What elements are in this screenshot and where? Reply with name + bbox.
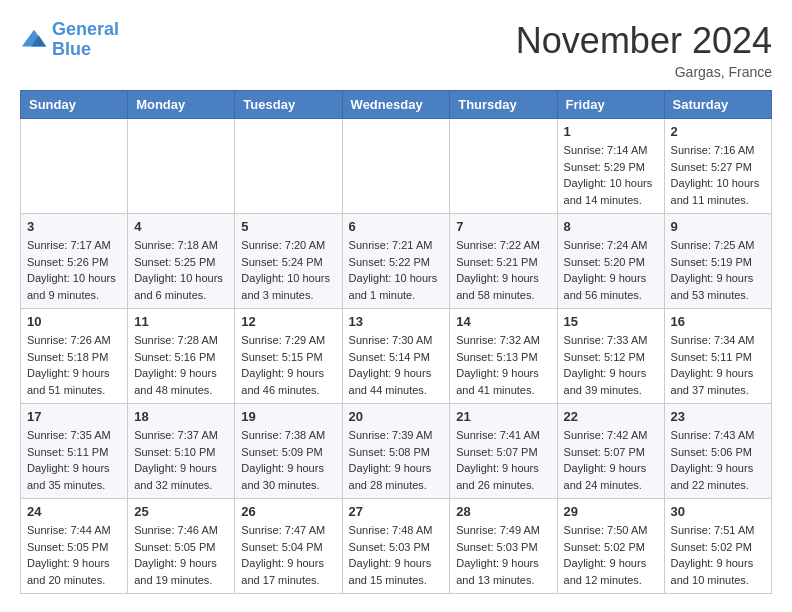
day-number: 2 <box>671 124 765 139</box>
day-cell-9: 9Sunrise: 7:25 AM Sunset: 5:19 PM Daylig… <box>664 214 771 309</box>
day-number: 17 <box>27 409 121 424</box>
day-cell-11: 11Sunrise: 7:28 AM Sunset: 5:16 PM Dayli… <box>128 309 235 404</box>
day-number: 24 <box>27 504 121 519</box>
logo-line2: Blue <box>52 39 91 59</box>
day-number: 20 <box>349 409 444 424</box>
day-cell-10: 10Sunrise: 7:26 AM Sunset: 5:18 PM Dayli… <box>21 309 128 404</box>
header: General Blue November 2024 Gargas, Franc… <box>20 20 772 80</box>
day-number: 27 <box>349 504 444 519</box>
logo-text: General Blue <box>52 20 119 60</box>
day-number: 23 <box>671 409 765 424</box>
day-number: 18 <box>134 409 228 424</box>
day-cell-15: 15Sunrise: 7:33 AM Sunset: 5:12 PM Dayli… <box>557 309 664 404</box>
day-info: Sunrise: 7:32 AM Sunset: 5:13 PM Dayligh… <box>456 332 550 398</box>
day-info: Sunrise: 7:26 AM Sunset: 5:18 PM Dayligh… <box>27 332 121 398</box>
day-info: Sunrise: 7:44 AM Sunset: 5:05 PM Dayligh… <box>27 522 121 588</box>
day-cell-16: 16Sunrise: 7:34 AM Sunset: 5:11 PM Dayli… <box>664 309 771 404</box>
day-info: Sunrise: 7:22 AM Sunset: 5:21 PM Dayligh… <box>456 237 550 303</box>
day-number: 26 <box>241 504 335 519</box>
day-number: 11 <box>134 314 228 329</box>
day-number: 9 <box>671 219 765 234</box>
day-number: 30 <box>671 504 765 519</box>
day-cell-19: 19Sunrise: 7:38 AM Sunset: 5:09 PM Dayli… <box>235 404 342 499</box>
day-info: Sunrise: 7:20 AM Sunset: 5:24 PM Dayligh… <box>241 237 335 303</box>
day-number: 8 <box>564 219 658 234</box>
day-cell-17: 17Sunrise: 7:35 AM Sunset: 5:11 PM Dayli… <box>21 404 128 499</box>
day-cell-4: 4Sunrise: 7:18 AM Sunset: 5:25 PM Daylig… <box>128 214 235 309</box>
day-cell-13: 13Sunrise: 7:30 AM Sunset: 5:14 PM Dayli… <box>342 309 450 404</box>
empty-cell <box>21 119 128 214</box>
empty-cell <box>235 119 342 214</box>
day-cell-28: 28Sunrise: 7:49 AM Sunset: 5:03 PM Dayli… <box>450 499 557 594</box>
week-row-2: 3Sunrise: 7:17 AM Sunset: 5:26 PM Daylig… <box>21 214 772 309</box>
empty-cell <box>450 119 557 214</box>
empty-cell <box>342 119 450 214</box>
day-info: Sunrise: 7:41 AM Sunset: 5:07 PM Dayligh… <box>456 427 550 493</box>
logo-line1: General <box>52 19 119 39</box>
day-cell-23: 23Sunrise: 7:43 AM Sunset: 5:06 PM Dayli… <box>664 404 771 499</box>
day-cell-1: 1Sunrise: 7:14 AM Sunset: 5:29 PM Daylig… <box>557 119 664 214</box>
day-info: Sunrise: 7:35 AM Sunset: 5:11 PM Dayligh… <box>27 427 121 493</box>
weekday-header-thursday: Thursday <box>450 91 557 119</box>
day-number: 14 <box>456 314 550 329</box>
weekday-header-friday: Friday <box>557 91 664 119</box>
day-info: Sunrise: 7:28 AM Sunset: 5:16 PM Dayligh… <box>134 332 228 398</box>
weekday-header-sunday: Sunday <box>21 91 128 119</box>
day-info: Sunrise: 7:43 AM Sunset: 5:06 PM Dayligh… <box>671 427 765 493</box>
day-cell-8: 8Sunrise: 7:24 AM Sunset: 5:20 PM Daylig… <box>557 214 664 309</box>
weekday-header-monday: Monday <box>128 91 235 119</box>
day-cell-5: 5Sunrise: 7:20 AM Sunset: 5:24 PM Daylig… <box>235 214 342 309</box>
day-info: Sunrise: 7:38 AM Sunset: 5:09 PM Dayligh… <box>241 427 335 493</box>
day-cell-2: 2Sunrise: 7:16 AM Sunset: 5:27 PM Daylig… <box>664 119 771 214</box>
day-info: Sunrise: 7:25 AM Sunset: 5:19 PM Dayligh… <box>671 237 765 303</box>
day-cell-26: 26Sunrise: 7:47 AM Sunset: 5:04 PM Dayli… <box>235 499 342 594</box>
day-info: Sunrise: 7:14 AM Sunset: 5:29 PM Dayligh… <box>564 142 658 208</box>
day-number: 4 <box>134 219 228 234</box>
day-number: 15 <box>564 314 658 329</box>
day-info: Sunrise: 7:24 AM Sunset: 5:20 PM Dayligh… <box>564 237 658 303</box>
day-info: Sunrise: 7:49 AM Sunset: 5:03 PM Dayligh… <box>456 522 550 588</box>
day-cell-3: 3Sunrise: 7:17 AM Sunset: 5:26 PM Daylig… <box>21 214 128 309</box>
day-number: 10 <box>27 314 121 329</box>
day-cell-22: 22Sunrise: 7:42 AM Sunset: 5:07 PM Dayli… <box>557 404 664 499</box>
title-block: November 2024 Gargas, France <box>516 20 772 80</box>
day-number: 22 <box>564 409 658 424</box>
day-number: 3 <box>27 219 121 234</box>
day-info: Sunrise: 7:21 AM Sunset: 5:22 PM Dayligh… <box>349 237 444 303</box>
day-info: Sunrise: 7:48 AM Sunset: 5:03 PM Dayligh… <box>349 522 444 588</box>
day-info: Sunrise: 7:18 AM Sunset: 5:25 PM Dayligh… <box>134 237 228 303</box>
day-cell-18: 18Sunrise: 7:37 AM Sunset: 5:10 PM Dayli… <box>128 404 235 499</box>
empty-cell <box>128 119 235 214</box>
day-number: 12 <box>241 314 335 329</box>
weekday-header-saturday: Saturday <box>664 91 771 119</box>
day-number: 25 <box>134 504 228 519</box>
day-cell-25: 25Sunrise: 7:46 AM Sunset: 5:05 PM Dayli… <box>128 499 235 594</box>
location: Gargas, France <box>516 64 772 80</box>
weekday-header-row: SundayMondayTuesdayWednesdayThursdayFrid… <box>21 91 772 119</box>
week-row-1: 1Sunrise: 7:14 AM Sunset: 5:29 PM Daylig… <box>21 119 772 214</box>
day-number: 13 <box>349 314 444 329</box>
logo: General Blue <box>20 20 119 60</box>
day-info: Sunrise: 7:29 AM Sunset: 5:15 PM Dayligh… <box>241 332 335 398</box>
day-number: 5 <box>241 219 335 234</box>
day-number: 21 <box>456 409 550 424</box>
day-info: Sunrise: 7:51 AM Sunset: 5:02 PM Dayligh… <box>671 522 765 588</box>
week-row-3: 10Sunrise: 7:26 AM Sunset: 5:18 PM Dayli… <box>21 309 772 404</box>
day-cell-24: 24Sunrise: 7:44 AM Sunset: 5:05 PM Dayli… <box>21 499 128 594</box>
day-number: 19 <box>241 409 335 424</box>
day-number: 29 <box>564 504 658 519</box>
day-cell-30: 30Sunrise: 7:51 AM Sunset: 5:02 PM Dayli… <box>664 499 771 594</box>
calendar-table: SundayMondayTuesdayWednesdayThursdayFrid… <box>20 90 772 594</box>
day-info: Sunrise: 7:37 AM Sunset: 5:10 PM Dayligh… <box>134 427 228 493</box>
week-row-4: 17Sunrise: 7:35 AM Sunset: 5:11 PM Dayli… <box>21 404 772 499</box>
day-number: 7 <box>456 219 550 234</box>
day-cell-12: 12Sunrise: 7:29 AM Sunset: 5:15 PM Dayli… <box>235 309 342 404</box>
day-info: Sunrise: 7:30 AM Sunset: 5:14 PM Dayligh… <box>349 332 444 398</box>
day-number: 16 <box>671 314 765 329</box>
day-info: Sunrise: 7:46 AM Sunset: 5:05 PM Dayligh… <box>134 522 228 588</box>
day-number: 1 <box>564 124 658 139</box>
day-cell-21: 21Sunrise: 7:41 AM Sunset: 5:07 PM Dayli… <box>450 404 557 499</box>
month-title: November 2024 <box>516 20 772 62</box>
day-cell-20: 20Sunrise: 7:39 AM Sunset: 5:08 PM Dayli… <box>342 404 450 499</box>
day-info: Sunrise: 7:47 AM Sunset: 5:04 PM Dayligh… <box>241 522 335 588</box>
